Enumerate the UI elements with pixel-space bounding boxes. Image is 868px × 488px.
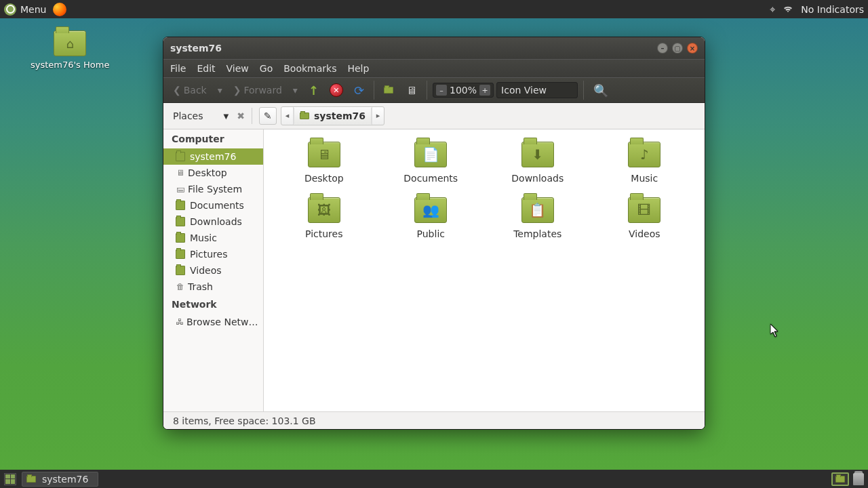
view-mode-select[interactable]: Icon View [496, 82, 578, 98]
monitor-icon: 🖥 [406, 84, 417, 97]
indicators-label[interactable]: No Indicators [801, 4, 864, 15]
view-mode-label: Icon View [501, 85, 547, 96]
breadcrumb-current[interactable]: system76 [294, 108, 372, 124]
folder-documents[interactable]: 📄Documents [384, 142, 478, 184]
desktop-icon: 🖥 [309, 142, 340, 167]
top-panel: Menu ⌖ No Indicators [0, 0, 868, 18]
home-icon: ⌂ [54, 31, 85, 56]
sidebar-item-music[interactable]: Music [163, 230, 263, 246]
window-minimize-button[interactable]: – [657, 43, 668, 54]
breadcrumb-prev[interactable]: ◂ [281, 107, 294, 125]
folder-view[interactable]: 🖥Desktop 📄Documents ⬇Downloads ♪Music 🖼P… [264, 129, 705, 411]
taskbar-item-file-manager[interactable]: system76 [22, 472, 98, 487]
sidebar-item-pictures[interactable]: Pictures [163, 246, 263, 262]
trash-icon: 🗑 [176, 282, 185, 291]
folder-downloads[interactable]: ⬇Downloads [491, 142, 585, 184]
file-manager-window: system76 – ▢ × File Edit View Go Bookmar… [163, 37, 705, 430]
public-icon: 👥 [415, 198, 446, 222]
back-button[interactable]: ❮ Back [169, 82, 211, 98]
menu-go[interactable]: Go [260, 63, 273, 74]
folder-icon [176, 249, 185, 259]
forward-history-dropdown[interactable]: ▾ [289, 82, 302, 98]
folder-videos[interactable]: 🎞Videos [598, 197, 692, 239]
bluetooth-icon[interactable]: ⌖ [770, 3, 775, 16]
window-titlebar[interactable]: system76 – ▢ × [163, 37, 705, 59]
folder-icon [384, 87, 393, 94]
zoom-out-button[interactable]: – [436, 85, 447, 96]
folder-icon [26, 476, 36, 483]
sidebar-item-desktop[interactable]: 🖥Desktop [163, 165, 263, 181]
chevron-right-icon: ❯ [233, 85, 241, 96]
menu-view[interactable]: View [226, 63, 249, 74]
taskbar-item-label: system76 [42, 474, 88, 485]
edit-path-button[interactable]: ✎ [259, 107, 277, 125]
folder-icon [176, 152, 185, 161]
places-selector[interactable]: Places ▼ [169, 108, 233, 124]
stop-icon: ✕ [330, 83, 343, 97]
folder-music[interactable]: ♪Music [598, 142, 692, 184]
zoom-control: – 100% + [433, 83, 494, 98]
mouse-cursor [770, 324, 780, 338]
status-text: 8 items, Free space: 103.1 GB [173, 415, 316, 426]
sidebar-item-documents[interactable]: Documents [163, 197, 263, 214]
close-sidebar-button[interactable]: ✖ [237, 110, 245, 121]
document-icon: 📄 [415, 142, 446, 167]
reload-button[interactable]: ⟳ [350, 81, 368, 100]
desktop-home-icon[interactable]: ⌂ system76's Home [31, 30, 109, 70]
sidebar-item-trash[interactable]: 🗑Trash [163, 279, 263, 295]
chevron-left-icon: ❮ [173, 85, 181, 96]
status-bar: 8 items, Free space: 103.1 GB [163, 411, 705, 429]
menu-bookmarks[interactable]: Bookmarks [283, 63, 336, 74]
breadcrumb: ◂ system76 ▸ [281, 106, 384, 125]
up-button[interactable]: ↑ [304, 81, 323, 100]
breadcrumb-next[interactable]: ▸ [372, 107, 384, 125]
forward-button[interactable]: ❯ Forward [229, 82, 286, 98]
sidebar-header-computer: Computer [163, 129, 263, 148]
bottom-panel: system76 [0, 470, 868, 488]
menu-bar: File Edit View Go Bookmarks Help [163, 59, 705, 77]
sidebar-item-browse-network[interactable]: 🖧Browse Netw… [163, 314, 263, 330]
tray-trash-icon[interactable] [853, 473, 864, 485]
desktop-icon: 🖥 [176, 168, 185, 178]
window-maximize-button[interactable]: ▢ [672, 43, 683, 54]
tray-file-manager-icon[interactable] [831, 472, 849, 486]
folder-pictures[interactable]: 🖼Pictures [277, 197, 371, 239]
search-button[interactable]: 🔍 [589, 81, 612, 100]
window-title: system76 [170, 43, 222, 54]
location-toolbar: Places ▼ ✖ ✎ ◂ system76 ▸ [163, 103, 705, 129]
main-toolbar: ❮ Back ▾ ❯ Forward ▾ ↑ ✕ ⟳ 🖥 – 100% + Ic… [163, 77, 705, 103]
home-button[interactable] [380, 84, 399, 96]
sidebar-item-home[interactable]: system76 [163, 148, 263, 165]
folder-icon [300, 113, 309, 119]
menu-help[interactable]: Help [347, 63, 369, 74]
firefox-launcher-icon[interactable] [53, 3, 66, 16]
forward-label: Forward [244, 85, 282, 96]
menu-label: Menu [20, 4, 46, 15]
applications-menu-button[interactable]: Menu [4, 3, 46, 16]
download-icon: ⬇ [522, 142, 553, 167]
videos-icon: 🎞 [629, 198, 660, 222]
back-label: Back [184, 85, 207, 96]
places-label: Places [173, 110, 203, 121]
computer-button[interactable]: 🖥 [402, 81, 421, 100]
window-close-button[interactable]: × [687, 43, 698, 54]
folder-public[interactable]: 👥Public [384, 197, 478, 239]
places-sidebar: Computer system76 🖥Desktop 🖴File System … [163, 129, 264, 411]
zoom-in-button[interactable]: + [479, 85, 490, 96]
show-desktop-button[interactable] [4, 473, 16, 485]
sidebar-item-filesystem[interactable]: 🖴File System [163, 181, 263, 197]
back-history-dropdown[interactable]: ▾ [214, 82, 226, 98]
folder-icon [176, 201, 185, 210]
sidebar-item-downloads[interactable]: Downloads [163, 214, 263, 230]
breadcrumb-label: system76 [314, 110, 366, 121]
menu-edit[interactable]: Edit [197, 63, 215, 74]
chevron-down-icon: ▼ [224, 113, 229, 120]
folder-icon [835, 476, 845, 483]
stop-button[interactable]: ✕ [326, 81, 347, 100]
menu-file[interactable]: File [170, 63, 186, 74]
folder-desktop[interactable]: 🖥Desktop [277, 142, 371, 184]
wifi-icon[interactable] [782, 2, 794, 16]
folder-templates[interactable]: 📋Templates [491, 197, 585, 239]
music-icon: ♪ [629, 142, 660, 167]
sidebar-item-videos[interactable]: Videos [163, 262, 263, 279]
